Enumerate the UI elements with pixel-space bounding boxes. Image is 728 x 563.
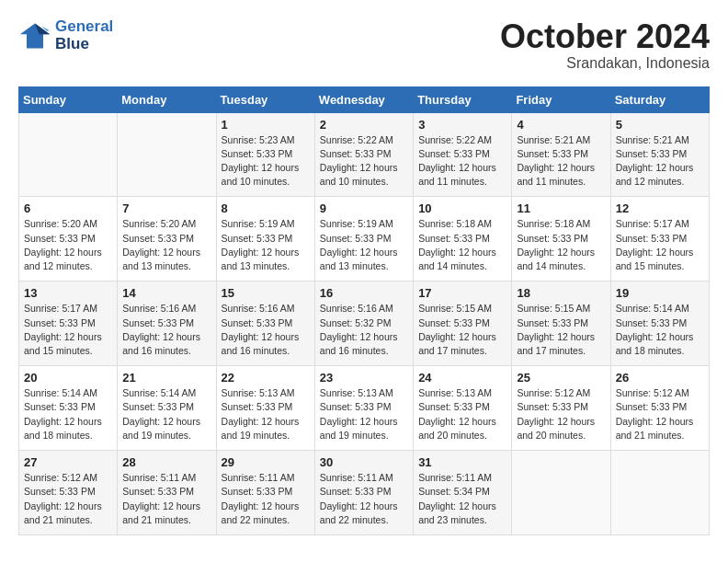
calendar-cell: 24Sunrise: 5:13 AM Sunset: 5:33 PM Dayli… bbox=[414, 366, 512, 451]
day-number: 21 bbox=[122, 371, 210, 385]
day-number: 6 bbox=[24, 201, 112, 215]
day-number: 27 bbox=[24, 455, 112, 469]
day-number: 10 bbox=[418, 201, 506, 215]
calendar-cell: 31Sunrise: 5:11 AM Sunset: 5:34 PM Dayli… bbox=[414, 451, 512, 535]
day-info: Sunrise: 5:11 AM Sunset: 5:33 PM Dayligh… bbox=[122, 471, 210, 527]
day-info: Sunrise: 5:23 AM Sunset: 5:33 PM Dayligh… bbox=[222, 133, 310, 190]
day-number: 8 bbox=[222, 201, 310, 215]
day-number: 25 bbox=[517, 371, 605, 385]
calendar-week-row: 13Sunrise: 5:17 AM Sunset: 5:33 PM Dayli… bbox=[19, 282, 710, 366]
calendar-cell: 17Sunrise: 5:15 AM Sunset: 5:33 PM Dayli… bbox=[414, 282, 512, 366]
svg-marker-0 bbox=[20, 23, 50, 48]
calendar-cell: 25Sunrise: 5:12 AM Sunset: 5:33 PM Dayli… bbox=[512, 366, 610, 451]
day-info: Sunrise: 5:15 AM Sunset: 5:33 PM Dayligh… bbox=[517, 302, 605, 358]
day-info: Sunrise: 5:12 AM Sunset: 5:33 PM Dayligh… bbox=[616, 386, 704, 442]
day-info: Sunrise: 5:19 AM Sunset: 5:33 PM Dayligh… bbox=[222, 217, 310, 273]
day-info: Sunrise: 5:22 AM Sunset: 5:33 PM Dayligh… bbox=[418, 133, 506, 190]
calendar-cell: 20Sunrise: 5:14 AM Sunset: 5:33 PM Dayli… bbox=[19, 366, 118, 451]
calendar-cell: 27Sunrise: 5:12 AM Sunset: 5:33 PM Dayli… bbox=[19, 451, 118, 535]
day-info: Sunrise: 5:19 AM Sunset: 5:33 PM Dayligh… bbox=[320, 217, 408, 273]
day-number: 16 bbox=[320, 286, 408, 300]
page-header: General Blue October 2024 Srandakan, Ind… bbox=[18, 18, 710, 72]
calendar-cell: 23Sunrise: 5:13 AM Sunset: 5:33 PM Dayli… bbox=[314, 366, 413, 451]
day-info: Sunrise: 5:15 AM Sunset: 5:33 PM Dayligh… bbox=[418, 302, 506, 358]
location-subtitle: Srandakan, Indonesia bbox=[500, 55, 710, 72]
day-number: 29 bbox=[222, 455, 310, 469]
calendar-cell: 16Sunrise: 5:16 AM Sunset: 5:32 PM Dayli… bbox=[314, 282, 413, 366]
calendar-cell: 14Sunrise: 5:16 AM Sunset: 5:33 PM Dayli… bbox=[118, 282, 216, 366]
day-info: Sunrise: 5:14 AM Sunset: 5:33 PM Dayligh… bbox=[24, 386, 112, 442]
day-info: Sunrise: 5:12 AM Sunset: 5:33 PM Dayligh… bbox=[24, 471, 112, 527]
calendar-cell bbox=[19, 112, 118, 197]
calendar-cell: 10Sunrise: 5:18 AM Sunset: 5:33 PM Dayli… bbox=[414, 197, 512, 282]
day-info: Sunrise: 5:17 AM Sunset: 5:33 PM Dayligh… bbox=[616, 217, 704, 273]
calendar-cell: 3Sunrise: 5:22 AM Sunset: 5:33 PM Daylig… bbox=[414, 112, 512, 197]
calendar-cell: 12Sunrise: 5:17 AM Sunset: 5:33 PM Dayli… bbox=[610, 197, 709, 282]
calendar-cell: 7Sunrise: 5:20 AM Sunset: 5:33 PM Daylig… bbox=[118, 197, 216, 282]
day-number: 11 bbox=[517, 201, 605, 215]
day-number: 24 bbox=[418, 371, 506, 385]
weekday-header-sunday: Sunday bbox=[19, 86, 118, 112]
calendar-cell: 19Sunrise: 5:14 AM Sunset: 5:33 PM Dayli… bbox=[610, 282, 709, 366]
day-info: Sunrise: 5:14 AM Sunset: 5:33 PM Dayligh… bbox=[122, 386, 210, 442]
weekday-header-wednesday: Wednesday bbox=[314, 86, 413, 112]
day-number: 5 bbox=[616, 118, 704, 132]
day-number: 18 bbox=[517, 286, 605, 300]
calendar-cell: 13Sunrise: 5:17 AM Sunset: 5:33 PM Dayli… bbox=[19, 282, 118, 366]
calendar-cell: 11Sunrise: 5:18 AM Sunset: 5:33 PM Dayli… bbox=[512, 197, 610, 282]
day-number: 14 bbox=[122, 286, 210, 300]
logo-text: General Blue bbox=[55, 18, 113, 52]
day-number: 4 bbox=[517, 118, 605, 132]
day-number: 3 bbox=[418, 118, 506, 132]
day-number: 9 bbox=[320, 201, 408, 215]
day-number: 2 bbox=[320, 118, 408, 132]
calendar-table: SundayMondayTuesdayWednesdayThursdayFrid… bbox=[18, 86, 710, 535]
calendar-cell: 26Sunrise: 5:12 AM Sunset: 5:33 PM Dayli… bbox=[610, 366, 709, 451]
logo: General Blue bbox=[18, 18, 113, 52]
day-info: Sunrise: 5:20 AM Sunset: 5:33 PM Dayligh… bbox=[24, 217, 112, 273]
day-info: Sunrise: 5:12 AM Sunset: 5:33 PM Dayligh… bbox=[517, 386, 605, 442]
day-info: Sunrise: 5:20 AM Sunset: 5:33 PM Dayligh… bbox=[122, 217, 210, 273]
logo-icon bbox=[18, 19, 51, 52]
calendar-cell: 8Sunrise: 5:19 AM Sunset: 5:33 PM Daylig… bbox=[216, 197, 314, 282]
calendar-cell: 21Sunrise: 5:14 AM Sunset: 5:33 PM Dayli… bbox=[118, 366, 216, 451]
day-info: Sunrise: 5:16 AM Sunset: 5:33 PM Dayligh… bbox=[222, 302, 310, 358]
calendar-cell: 4Sunrise: 5:21 AM Sunset: 5:33 PM Daylig… bbox=[512, 112, 610, 197]
calendar-cell: 18Sunrise: 5:15 AM Sunset: 5:33 PM Dayli… bbox=[512, 282, 610, 366]
calendar-cell: 5Sunrise: 5:21 AM Sunset: 5:33 PM Daylig… bbox=[610, 112, 709, 197]
day-info: Sunrise: 5:11 AM Sunset: 5:34 PM Dayligh… bbox=[418, 471, 506, 527]
weekday-header-saturday: Saturday bbox=[610, 86, 709, 112]
calendar-cell: 2Sunrise: 5:22 AM Sunset: 5:33 PM Daylig… bbox=[314, 112, 413, 197]
day-number: 26 bbox=[616, 371, 704, 385]
calendar-cell: 22Sunrise: 5:13 AM Sunset: 5:33 PM Dayli… bbox=[216, 366, 314, 451]
calendar-cell: 28Sunrise: 5:11 AM Sunset: 5:33 PM Dayli… bbox=[118, 451, 216, 535]
calendar-week-row: 1Sunrise: 5:23 AM Sunset: 5:33 PM Daylig… bbox=[19, 112, 710, 197]
calendar-cell: 30Sunrise: 5:11 AM Sunset: 5:33 PM Dayli… bbox=[314, 451, 413, 535]
weekday-header-thursday: Thursday bbox=[414, 86, 512, 112]
calendar-week-row: 27Sunrise: 5:12 AM Sunset: 5:33 PM Dayli… bbox=[19, 451, 710, 535]
day-info: Sunrise: 5:14 AM Sunset: 5:33 PM Dayligh… bbox=[616, 302, 704, 358]
day-number: 1 bbox=[222, 118, 310, 132]
month-title: October 2024 bbox=[500, 18, 710, 55]
day-info: Sunrise: 5:21 AM Sunset: 5:33 PM Dayligh… bbox=[616, 133, 704, 190]
calendar-cell bbox=[118, 112, 216, 197]
day-number: 28 bbox=[122, 455, 210, 469]
calendar-cell: 29Sunrise: 5:11 AM Sunset: 5:33 PM Dayli… bbox=[216, 451, 314, 535]
calendar-header-row: SundayMondayTuesdayWednesdayThursdayFrid… bbox=[19, 86, 710, 112]
day-number: 19 bbox=[616, 286, 704, 300]
calendar-cell bbox=[610, 451, 709, 535]
day-number: 20 bbox=[24, 371, 112, 385]
day-info: Sunrise: 5:17 AM Sunset: 5:33 PM Dayligh… bbox=[24, 302, 112, 358]
day-number: 13 bbox=[24, 286, 112, 300]
title-area: October 2024 Srandakan, Indonesia bbox=[500, 18, 710, 72]
weekday-header-friday: Friday bbox=[512, 86, 610, 112]
day-info: Sunrise: 5:11 AM Sunset: 5:33 PM Dayligh… bbox=[320, 471, 408, 527]
calendar-cell: 1Sunrise: 5:23 AM Sunset: 5:33 PM Daylig… bbox=[216, 112, 314, 197]
day-info: Sunrise: 5:18 AM Sunset: 5:33 PM Dayligh… bbox=[517, 217, 605, 273]
day-number: 15 bbox=[222, 286, 310, 300]
calendar-cell bbox=[512, 451, 610, 535]
calendar-cell: 6Sunrise: 5:20 AM Sunset: 5:33 PM Daylig… bbox=[19, 197, 118, 282]
calendar-week-row: 6Sunrise: 5:20 AM Sunset: 5:33 PM Daylig… bbox=[19, 197, 710, 282]
day-info: Sunrise: 5:13 AM Sunset: 5:33 PM Dayligh… bbox=[418, 386, 506, 442]
day-info: Sunrise: 5:16 AM Sunset: 5:32 PM Dayligh… bbox=[320, 302, 408, 358]
